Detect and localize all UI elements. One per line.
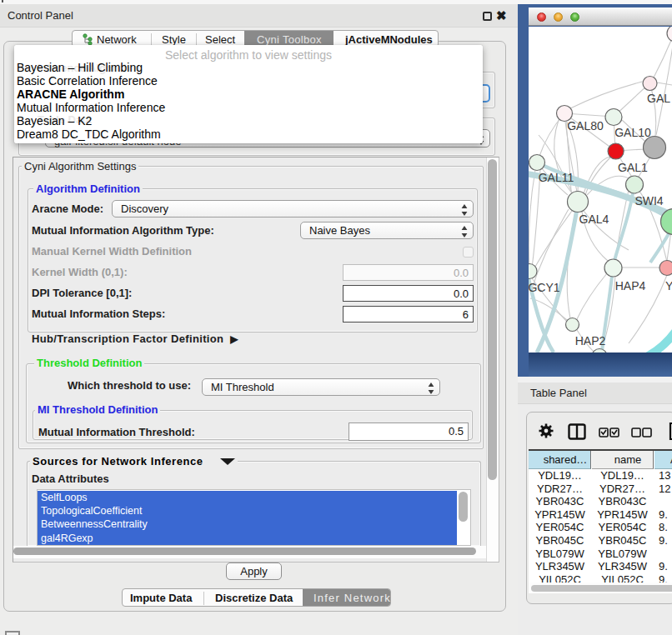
svg-text:GCY1: GCY1 <box>529 281 560 294</box>
svg-text:GAL: GAL <box>647 92 670 105</box>
svg-text:GAL80: GAL80 <box>567 119 604 132</box>
svg-text:GAL1: GAL1 <box>618 161 648 174</box>
svg-text:GAL10: GAL10 <box>614 126 651 139</box>
svg-text:GAL11: GAL11 <box>539 171 574 184</box>
svg-text:GAL4: GAL4 <box>579 212 609 226</box>
svg-text:Y: Y <box>665 279 672 292</box>
svg-text:SWI4: SWI4 <box>634 194 663 208</box>
svg-text:HAP2: HAP2 <box>575 334 606 348</box>
svg-text:HAP4: HAP4 <box>615 279 646 292</box>
